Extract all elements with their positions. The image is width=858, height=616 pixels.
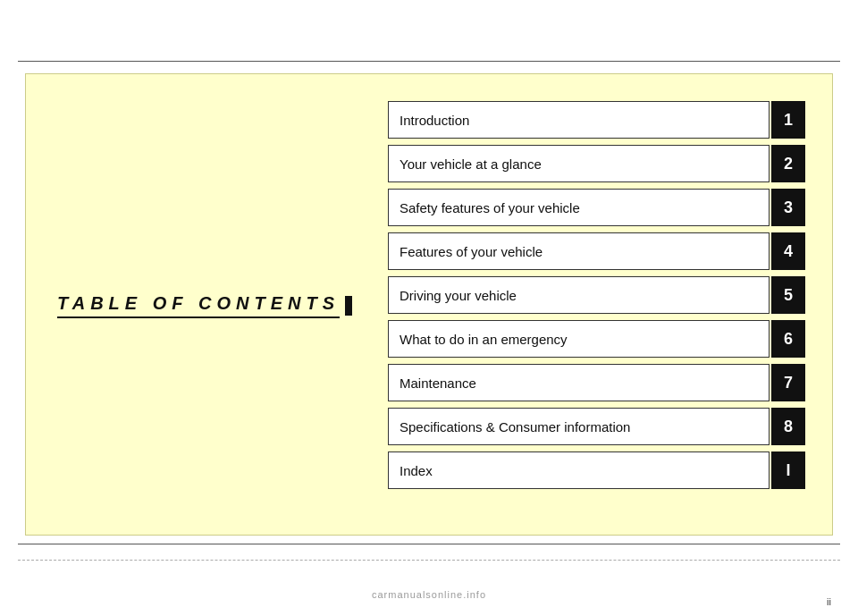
toc-list: Introduction1Your vehicle at a glance2Sa… [388, 101, 805, 508]
main-content-box: TABLE OF CONTENTS Introduction1Your vehi… [25, 73, 833, 536]
toc-number-3: 3 [771, 189, 805, 226]
toc-label-9: Index [388, 451, 770, 489]
toc-number-2: 2 [771, 145, 805, 182]
toc-label-1: Introduction [388, 101, 770, 139]
toc-title: TABLE OF CONTENTS [57, 293, 340, 318]
toc-number-8: 8 [771, 408, 805, 445]
toc-title-container: TABLE OF CONTENTS [57, 293, 352, 316]
top-divider [18, 61, 840, 62]
bottom-divider [18, 544, 840, 544]
toc-row[interactable]: What to do in an emergency6 [388, 320, 805, 358]
toc-number-1: 1 [771, 101, 805, 139]
toc-label-3: Safety features of your vehicle [388, 189, 770, 226]
toc-row[interactable]: IndexI [388, 451, 805, 489]
left-panel: TABLE OF CONTENTS [26, 74, 383, 535]
toc-number-9: I [771, 451, 805, 489]
toc-label-5: Driving your vehicle [388, 276, 770, 314]
toc-number-6: 6 [771, 320, 805, 358]
toc-row[interactable]: Driving your vehicle5 [388, 276, 805, 314]
toc-title-bar [345, 296, 352, 316]
toc-label-8: Specifications & Consumer information [388, 408, 770, 445]
toc-row[interactable]: Your vehicle at a glance2 [388, 145, 805, 182]
toc-label-4: Features of your vehicle [388, 232, 770, 270]
toc-label-7: Maintenance [388, 364, 770, 401]
toc-label-6: What to do in an emergency [388, 320, 770, 358]
page-number: ii [827, 596, 831, 607]
toc-number-4: 4 [771, 232, 805, 270]
dashed-divider [18, 560, 840, 561]
watermark-text: carmanualsonline.info [372, 589, 486, 600]
toc-number-7: 7 [771, 364, 805, 401]
toc-number-5: 5 [771, 276, 805, 314]
toc-row[interactable]: Specifications & Consumer information8 [388, 408, 805, 445]
toc-row[interactable]: Features of your vehicle4 [388, 232, 805, 270]
toc-row[interactable]: Safety features of your vehicle3 [388, 189, 805, 226]
toc-label-2: Your vehicle at a glance [388, 145, 770, 182]
toc-row[interactable]: Maintenance7 [388, 364, 805, 401]
toc-row[interactable]: Introduction1 [388, 101, 805, 139]
